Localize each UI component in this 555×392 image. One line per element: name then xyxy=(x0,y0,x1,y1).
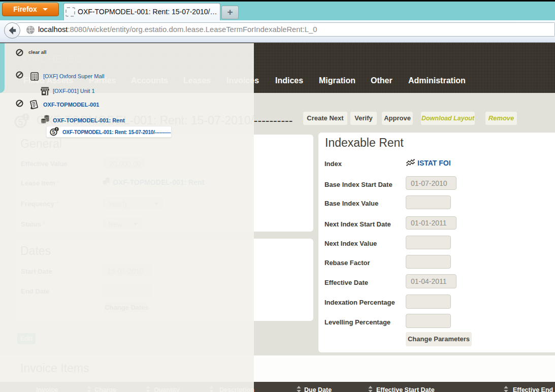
svg-text:5: 5 xyxy=(52,129,55,135)
